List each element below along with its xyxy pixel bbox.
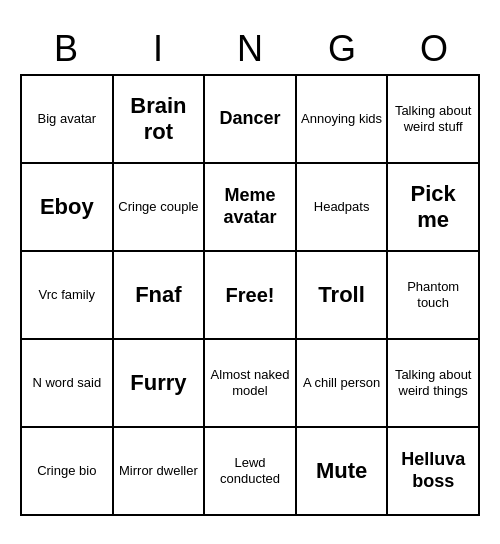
cell-10: Vrc family xyxy=(22,252,114,340)
cell-4: Talking about weird stuff xyxy=(388,76,480,164)
cell-16: Furry xyxy=(114,340,206,428)
title-i: I xyxy=(114,28,202,70)
title-g: G xyxy=(298,28,386,70)
title-n: N xyxy=(206,28,294,70)
cell-14: Phantom touch xyxy=(388,252,480,340)
cell-24: Helluva boss xyxy=(388,428,480,516)
cell-6: Cringe couple xyxy=(114,164,206,252)
cell-23: Mute xyxy=(297,428,389,516)
title-o: O xyxy=(390,28,478,70)
bingo-card: B I N G O Big avatar Brain rot Dancer An… xyxy=(10,18,490,526)
cell-15: N word said xyxy=(22,340,114,428)
cell-7: Meme avatar xyxy=(205,164,297,252)
bingo-title: B I N G O xyxy=(20,28,480,70)
bingo-grid: Big avatar Brain rot Dancer Annoying kid… xyxy=(20,74,480,516)
cell-9: Pick me xyxy=(388,164,480,252)
cell-17: Almost naked model xyxy=(205,340,297,428)
cell-21: Mirror dweller xyxy=(114,428,206,516)
cell-5: Eboy xyxy=(22,164,114,252)
cell-11: Fnaf xyxy=(114,252,206,340)
cell-20: Cringe bio xyxy=(22,428,114,516)
cell-13: Troll xyxy=(297,252,389,340)
cell-22: Lewd conducted xyxy=(205,428,297,516)
title-b: B xyxy=(22,28,110,70)
cell-12-free: Free! xyxy=(205,252,297,340)
cell-1: Brain rot xyxy=(114,76,206,164)
cell-3: Annoying kids xyxy=(297,76,389,164)
cell-18: A chill person xyxy=(297,340,389,428)
cell-19: Talking about weird things xyxy=(388,340,480,428)
cell-2: Dancer xyxy=(205,76,297,164)
cell-0: Big avatar xyxy=(22,76,114,164)
cell-8: Headpats xyxy=(297,164,389,252)
